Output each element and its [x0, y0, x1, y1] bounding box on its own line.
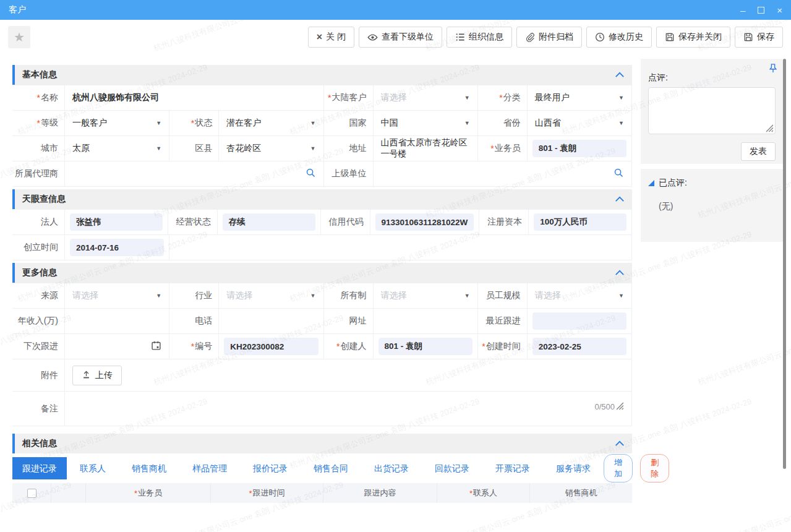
staff-size-select[interactable]: 请选择▼ [527, 283, 631, 309]
remark-textarea[interactable]: 0/500 [64, 392, 631, 426]
section-title: 更多信息 [22, 267, 57, 278]
field-label-founded-date: 创立时间 [12, 235, 64, 260]
category-select[interactable]: 最终用户▼ [527, 85, 631, 111]
website-input[interactable] [373, 309, 477, 334]
resize-handle-icon[interactable] [616, 402, 624, 412]
triangle-collapse-icon [648, 180, 654, 186]
dropdown-arrow-icon: ▼ [618, 95, 624, 101]
window-close-icon[interactable]: × [777, 6, 782, 15]
window-maximize-icon[interactable] [758, 7, 764, 14]
comment-card: 点评: 发表 [641, 59, 783, 164]
code-input: KH202300082 [224, 338, 318, 355]
field-label-registered-capital: 注册资本 [479, 210, 528, 235]
attachment-archive-button[interactable]: 附件归档 [516, 27, 582, 48]
tab-quotation-records[interactable]: 报价记录 [240, 457, 301, 479]
calendar-icon[interactable] [151, 340, 161, 353]
tab-payment-records[interactable]: 回款记录 [422, 457, 482, 479]
field-label-agent: 所属代理商 [12, 161, 64, 187]
add-button[interactable]: 增加 [604, 454, 633, 483]
delete-button[interactable]: 删除 [640, 454, 669, 483]
modify-history-button[interactable]: 修改历史 [586, 27, 652, 48]
tab-invoice-records[interactable]: 开票记录 [482, 457, 543, 479]
list-icon [455, 32, 465, 42]
tab-sales-contracts[interactable]: 销售合同 [301, 457, 361, 479]
organization-info-button[interactable]: 组织信息 [447, 27, 512, 48]
chevron-up-icon[interactable] [615, 439, 625, 448]
next-follow-date-field[interactable] [64, 334, 169, 359]
vertical-scrollbar-thumb[interactable] [783, 59, 786, 469]
parent-unit-search-field[interactable] [373, 161, 632, 187]
field-label-source: 来源 [12, 283, 64, 309]
column-header-sales-opportunity: 销售商机 [529, 483, 632, 503]
field-label-remark: 备注 [12, 392, 64, 426]
upload-button[interactable]: 上传 [72, 366, 122, 385]
field-label-code: *编号 [169, 334, 218, 359]
favorite-star-button[interactable]: ★ [8, 26, 30, 48]
search-icon[interactable] [614, 168, 624, 180]
city-select[interactable]: 太原▼ [64, 136, 169, 161]
address-input[interactable]: 山西省太原市杏花岭区一号楼 [373, 136, 477, 161]
select-all-checkbox[interactable] [27, 489, 36, 498]
publish-button[interactable]: 发表 [741, 142, 776, 161]
tab-sales-opportunities[interactable]: 销售商机 [119, 457, 179, 479]
legal-person-input: 张益伟 [70, 213, 163, 231]
district-select[interactable]: 杏花岭区▼ [218, 136, 323, 161]
phone-input[interactable] [218, 309, 323, 334]
save-and-close-button[interactable]: 保存并关闭 [656, 27, 730, 48]
commented-card: 已点评: (无) [641, 169, 783, 242]
field-label-city: 城市 [12, 136, 64, 161]
name-input[interactable]: 杭州八骏服饰有限公司 [64, 85, 323, 111]
dropdown-arrow-icon: ▼ [310, 145, 316, 152]
spacer-column [51, 483, 85, 503]
chevron-up-icon[interactable] [615, 194, 625, 204]
source-select[interactable]: 请选择▼ [64, 283, 169, 309]
close-icon: × [317, 32, 322, 43]
tab-sample-management[interactable]: 样品管理 [179, 457, 240, 479]
last-follow-input [532, 312, 626, 330]
field-label-credit-code: 信用代码 [320, 210, 370, 235]
column-header-salesman: *业务员 [85, 483, 210, 503]
commented-toggle[interactable]: 已点评: [648, 178, 776, 189]
chevron-up-icon[interactable] [615, 268, 625, 278]
comment-textarea[interactable] [648, 87, 776, 134]
dropdown-arrow-icon: ▼ [618, 293, 624, 299]
dropdown-arrow-icon: ▼ [310, 120, 316, 126]
industry-select[interactable]: 请选择▼ [218, 283, 323, 309]
section-header-more-info: 更多信息 [12, 263, 632, 283]
eye-icon [367, 32, 378, 43]
tab-service-requests[interactable]: 服务请求 [543, 457, 604, 479]
tab-contacts[interactable]: 联系人 [67, 457, 119, 479]
field-label-name: *名称 [12, 85, 64, 111]
dropdown-arrow-icon: ▼ [464, 95, 470, 101]
section-header-basic-info: 基本信息 [12, 65, 632, 85]
mainland-select[interactable]: 请选择▼ [373, 85, 477, 111]
ownership-select[interactable]: 请选择▼ [373, 283, 477, 309]
pin-icon[interactable] [769, 63, 777, 75]
commented-label: 已点评: [659, 178, 687, 189]
window-minimize-icon[interactable]: – [740, 6, 745, 15]
field-label-create-time: *创建时间 [477, 334, 527, 359]
view-sub-units-button[interactable]: 查看下级单位 [359, 27, 442, 48]
save-button[interactable]: 保存 [735, 27, 783, 48]
credit-code-input: 91330106311281022W [375, 213, 474, 231]
field-label-level: *等级 [12, 111, 64, 136]
level-select[interactable]: 一般客户▼ [64, 111, 169, 136]
field-label-district: 区县 [169, 136, 218, 161]
annual-income-input[interactable] [64, 309, 169, 334]
field-label-creator: *创建人 [323, 334, 373, 359]
tab-shipment-records[interactable]: 出货记录 [361, 457, 422, 479]
field-label-address: 地址 [323, 136, 373, 161]
status-select[interactable]: 潜在客户▼ [218, 111, 323, 136]
province-select[interactable]: 山西省▼ [527, 111, 631, 136]
chevron-up-icon[interactable] [615, 70, 625, 80]
salesman-input[interactable]: 801 - 袁朗 [532, 140, 626, 157]
agent-search-field[interactable] [64, 161, 323, 187]
operating-status-input: 存续 [223, 213, 315, 231]
country-select[interactable]: 中国▼ [373, 111, 477, 136]
tab-follow-records[interactable]: 跟进记录 [12, 457, 67, 479]
creator-input: 801 - 袁朗 [378, 338, 472, 355]
window-titlebar: 客户 – × [0, 0, 791, 20]
search-icon[interactable] [306, 168, 316, 180]
close-button[interactable]: × 关 闭 [308, 27, 354, 48]
field-label-phone: 电话 [169, 309, 218, 334]
